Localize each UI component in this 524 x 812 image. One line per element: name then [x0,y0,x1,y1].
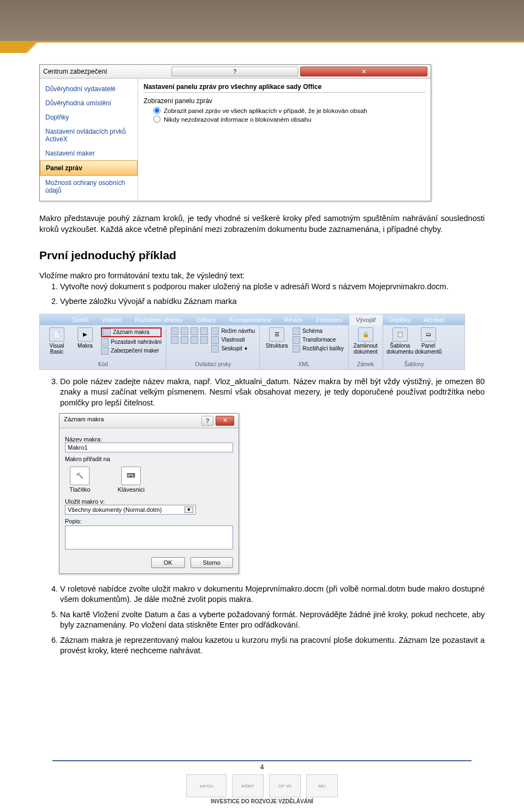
step-1: Vytvořte nový dokument s podporou maker … [60,282,485,292]
properties-icon [211,336,219,344]
msmt-logo: MŠMT [232,774,264,797]
macros-button[interactable]: ▶ Makra [73,327,98,360]
visual-basic-icon: 📄 [49,327,64,342]
design-mode-button[interactable]: Režim návrhu [211,327,255,335]
template-icon: 📋 [392,327,408,342]
macros-icon: ▶ [78,327,93,342]
steps-list-cont: Do pole název zadejte název makra, např.… [60,377,485,409]
tab-developer[interactable]: Vývojář [349,314,383,325]
radio-never-show-input[interactable] [153,116,160,123]
keyboard-icon: ⌨ [121,467,141,485]
muni-logo: MU [306,774,338,797]
ribbon-group-protect: 🔒 Zamknout dokument Zámek [349,325,383,369]
tab-acrobat[interactable]: Acrobat [417,314,451,325]
radio-show-bar-input[interactable] [153,107,160,114]
assign-to-keyboard[interactable]: ⌨ Klávesnici [118,467,145,493]
panel-icon: 🗂 [421,327,436,342]
ribbon-tabs: Domů Vložení Rozložení stránky Odkazy Ko… [40,314,465,325]
nav-trusted-locations[interactable]: Důvěryhodná umístění [40,96,138,110]
group-label-xml: XML [299,360,310,369]
tab-home[interactable]: Domů [66,314,95,325]
radio-show-bar-label: Zobrazit panel zpráv ve všech aplikacích… [164,108,367,114]
paragraph-intro: Makro představuje pouhý záznam kroků, je… [39,213,485,235]
step-6: Záznam makra je reprezentovaný malou kaz… [60,635,485,656]
assign-label: Makro přiřadit na [65,456,233,462]
expansion-packs-button[interactable]: Rozšiřující balíky [293,345,344,353]
cancel-button[interactable]: Storno [190,557,233,568]
group-label-templates: Šablony [404,360,424,369]
nav-activex[interactable]: Nastavení ovládacích prvků ActiveX [40,124,138,146]
nav-addins[interactable]: Doplňky [40,110,138,124]
footer-logos: esf EU MŠMT OP VK MU [0,774,524,797]
ribbon-group-code: 📄 Visual Basic ▶ Makra Záznam makra Poza… [40,325,166,369]
visual-basic-button[interactable]: 📄 Visual Basic [44,327,69,360]
group-button[interactable]: Seskupit ▾ [211,345,255,353]
schema-icon [293,327,300,335]
properties-button[interactable]: Vlastnosti [211,336,255,344]
record-macro-dialog: Záznam makra ? ✕ Název makra: Makro přiř… [59,413,239,574]
structure-icon: ☰ [269,327,284,342]
tab-mailings[interactable]: Korespondence [223,314,278,325]
ribbon-group-xml: ☰ Struktura Schéma Transformace Rozšiřuj… [260,325,349,369]
steps-list: Vytvořte nový dokument s podporou maker … [60,282,485,307]
tab-references[interactable]: Odkazy [189,314,222,325]
document-panel-button[interactable]: 🗂 Panel dokumentů [416,327,441,360]
macro-name-input[interactable] [65,443,233,452]
tab-addins[interactable]: Doplňky [383,314,418,325]
close-icon[interactable]: ✕ [300,67,427,76]
paragraph-insert-macro: Vložíme makro pro formátování textu tak,… [39,271,485,282]
radio-show-bar[interactable]: Zobrazit panel zpráv ve všech aplikacích… [153,107,425,114]
macro-name-label: Název makra: [65,436,233,443]
security-icon [101,347,109,355]
step-4: V roletové nabídce zvolte uložit makro v… [60,584,485,605]
store-in-label: Uložit makro v: [65,498,233,505]
word-ribbon: Domů Vložení Rozložení stránky Odkazy Ko… [39,314,465,370]
tab-page-layout[interactable]: Rozložení stránky [128,314,189,325]
pause-recording-button[interactable]: Pozastavit nahrávání [101,338,162,346]
esf-logo: esf EU [186,774,227,797]
help-icon[interactable]: ? [171,67,299,76]
design-mode-icon [211,327,219,335]
pause-icon [101,338,109,346]
transformation-button[interactable]: Transformace [293,336,344,344]
nav-macro-settings[interactable]: Nastavení maker [40,146,138,160]
document-header-band [0,0,524,43]
group-icon [211,345,219,353]
close-icon[interactable]: ✕ [216,416,234,426]
trust-center-dialog: Centrum zabezpečení ? ✕ Důvěryhodní vyda… [39,64,431,201]
expansion-icon [293,345,300,353]
dialog-nav: Důvěryhodní vydavatelé Důvěryhodná umíst… [40,79,138,201]
tab-insert[interactable]: Vložení [95,314,128,325]
tab-review[interactable]: Revize [278,314,309,325]
ribbon-group-templates: 📋 Šablona dokumentu 🗂 Panel dokumentů Ša… [383,325,445,369]
tab-view[interactable]: Zobrazení [309,314,349,325]
store-in-value: Všechny dokumenty (Normal.dotm) [68,506,162,513]
ok-button[interactable]: OK [151,557,185,568]
schema-button[interactable]: Schéma [293,327,344,335]
nav-message-bar[interactable]: Panel zpráv [40,160,138,176]
nav-trusted-publishers[interactable]: Důvěryhodní vydavatelé [40,82,138,96]
radio-never-show-label: Nikdy nezobrazovat informace o blokované… [164,116,311,123]
heading-example: První jednoduchý příklad [39,249,485,262]
steps-list-cont2: V roletové nabídce zvolte uložit makro v… [60,584,485,656]
settings-panel-title: Nastavení panelu zpráv pro všechny aplik… [144,83,425,93]
assign-to-button[interactable]: 🔨 Tlačítko [69,467,91,493]
opvk-logo: OP VK [269,774,301,797]
footer-slogan: INVESTICE DO ROZVOJE VZDĚLÁVÁNÍ [0,798,524,804]
description-label: Popis: [65,518,233,524]
help-icon[interactable]: ? [201,416,213,426]
record-icon [103,329,111,336]
structure-button[interactable]: ☰ Struktura [264,327,289,360]
group-label-controls: Ovládací prvky [195,360,231,369]
dialog-title: Centrum zabezpečení [43,68,169,75]
nav-privacy[interactable]: Možnosti ochrany osobních údajů [40,176,138,198]
radio-never-show[interactable]: Nikdy nezobrazovat informace o blokované… [153,116,425,123]
macro-security-button[interactable]: Zabezpečení maker [101,347,162,355]
document-template-button[interactable]: 📋 Šablona dokumentu [388,327,413,360]
description-textarea[interactable] [65,526,233,550]
store-in-select[interactable]: Všechny dokumenty (Normal.dotm) ▼ [65,505,196,515]
record-macro-button[interactable]: Záznam makra [101,327,162,337]
step-3: Do pole název zadejte název makra, např.… [60,377,485,409]
record-dialog-titlebar: Záznam makra ? ✕ [59,414,239,428]
protect-document-button[interactable]: 🔒 Zamknout dokument [353,327,378,360]
